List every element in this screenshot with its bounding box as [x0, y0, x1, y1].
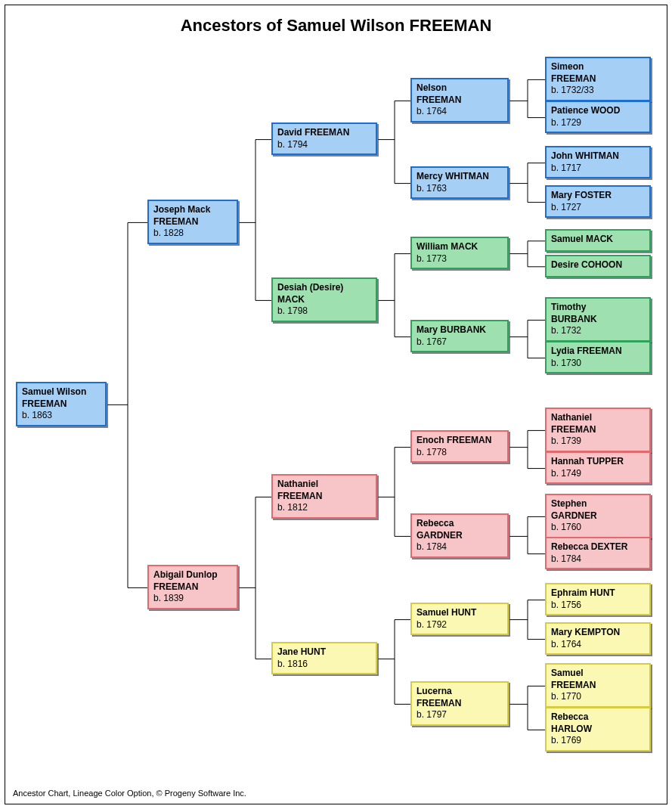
- person-g3e: Enoch FREEMAN b. 1778: [410, 430, 509, 463]
- person-g1a: Joseph Mack FREEMAN b. 1828: [147, 200, 238, 244]
- person-first: Samuel Wilson: [22, 386, 86, 397]
- person-born: b. 1773: [417, 253, 447, 264]
- person-g4b: Patience WOOD b. 1729: [545, 101, 651, 133]
- person-g2d: Jane HUNT b. 1816: [271, 642, 377, 674]
- person-last: FREEMAN: [551, 424, 645, 436]
- person-g2b: Desiah (Desire) MACK b. 1798: [271, 277, 377, 322]
- person-first: Joseph Mack: [153, 204, 210, 215]
- person-first: Samuel: [551, 234, 584, 244]
- person-born: b. 1794: [277, 139, 308, 150]
- person-last: GARDNER: [417, 530, 503, 542]
- person-first: Mary: [551, 627, 572, 637]
- person-first: Ephraim: [551, 587, 587, 598]
- person-last: KEMPTON: [574, 627, 620, 637]
- person-g3h: Lucerna FREEMAN b. 1797: [410, 681, 509, 726]
- person-last: HUNT: [451, 607, 476, 618]
- person-last: FREEMAN: [417, 698, 503, 710]
- person-last: FREEMAN: [305, 127, 349, 138]
- person-last: GARDNER: [551, 510, 645, 522]
- person-born: b. 1730: [551, 358, 581, 368]
- person-g3g: Samuel HUNT b. 1792: [410, 603, 509, 635]
- person-g3c: William MACK b. 1773: [410, 237, 509, 269]
- person-last: FREEMAN: [153, 581, 232, 594]
- person-first: Mary: [417, 324, 438, 335]
- person-first: Rebecca: [551, 541, 588, 552]
- person-last: BURBANK: [551, 314, 645, 326]
- person-first: Hannah: [551, 456, 584, 466]
- person-g4e: Samuel MACK: [545, 229, 651, 252]
- person-born: b. 1828: [153, 228, 184, 238]
- person-born: b. 1732/33: [551, 85, 594, 95]
- person-born: b. 1764: [551, 639, 581, 649]
- person-first: Samuel: [417, 607, 449, 618]
- person-first: Mercy: [417, 171, 443, 181]
- person-g4p: Rebecca HARLOW b. 1769: [545, 707, 651, 752]
- person-first: Simeon: [551, 61, 584, 72]
- person-g4c: John WHITMAN b. 1717: [545, 146, 651, 178]
- person-born: b. 1816: [277, 659, 308, 669]
- person-first: David: [277, 127, 302, 138]
- person-first: Desire: [551, 259, 579, 270]
- person-first: Stephen: [551, 498, 587, 509]
- person-born: b. 1760: [551, 522, 581, 532]
- person-first: Rebecca: [417, 518, 454, 528]
- person-last: FREEMAN: [447, 435, 491, 445]
- person-last: TUPPER: [587, 456, 624, 466]
- chart-frame: Ancestors of Samuel Wilson FREEMAN Samue…: [5, 5, 667, 804]
- person-last: FREEMAN: [153, 216, 232, 228]
- person-first: Jane: [277, 646, 298, 657]
- person-g4a: Simeon FREEMAN b. 1732/33: [545, 57, 651, 101]
- person-born: b. 1784: [551, 553, 581, 564]
- person-first: Rebecca: [551, 711, 588, 722]
- person-g2a: David FREEMAN b. 1794: [271, 122, 377, 155]
- person-born: b. 1732: [551, 325, 581, 336]
- person-last: WHITMAN: [575, 150, 619, 161]
- person-first: Desiah (Desire): [277, 282, 343, 293]
- person-g1b: Abigail Dunlop FREEMAN b. 1839: [147, 565, 238, 609]
- person-first: William: [417, 241, 448, 252]
- person-g4d: Mary FOSTER b. 1727: [545, 185, 651, 218]
- person-last: FREEMAN: [277, 491, 371, 503]
- person-last: FREEMAN: [417, 95, 503, 107]
- person-g4m: Ephraim HUNT b. 1756: [545, 583, 651, 615]
- person-born: b. 1792: [417, 619, 447, 630]
- person-first: Lucerna: [417, 686, 452, 696]
- person-g3b: Mercy WHITMAN b. 1763: [410, 166, 509, 199]
- person-born: b. 1770: [551, 691, 581, 702]
- person-last: COHOON: [581, 259, 622, 270]
- person-born: b. 1739: [551, 435, 581, 446]
- person-last: FREEMAN: [551, 73, 645, 85]
- person-first: Abigail Dunlop: [153, 569, 218, 580]
- person-born: b. 1729: [551, 117, 581, 128]
- person-born: b. 1727: [551, 202, 581, 212]
- person-g3f: Rebecca GARDNER b. 1784: [410, 513, 509, 558]
- person-last: MACK: [586, 234, 613, 244]
- person-g4j: Hannah TUPPER b. 1749: [545, 451, 651, 484]
- person-born: b. 1798: [277, 305, 308, 316]
- footer-text: Ancestor Chart, Lineage Color Option, © …: [13, 789, 246, 798]
- chart-title: Ancestors of Samuel Wilson FREEMAN: [5, 16, 667, 36]
- person-g4o: Samuel FREEMAN b. 1770: [545, 663, 651, 708]
- person-last: HUNT: [590, 587, 615, 598]
- person-first: Patience: [551, 105, 588, 116]
- person-g4n: Mary KEMPTON b. 1764: [545, 622, 651, 655]
- person-last: HUNT: [301, 646, 326, 657]
- person-first: Lydia: [551, 346, 574, 356]
- person-born: b. 1749: [551, 468, 581, 479]
- person-g4i: Nathaniel FREEMAN b. 1739: [545, 408, 651, 452]
- person-born: b. 1717: [551, 163, 581, 173]
- person-born: b. 1769: [551, 735, 581, 745]
- person-first: Enoch: [417, 435, 444, 445]
- person-last: FREEMAN: [22, 398, 101, 411]
- person-born: b. 1863: [22, 410, 52, 420]
- person-last: MACK: [277, 294, 371, 306]
- person-g4h: Lydia FREEMAN b. 1730: [545, 341, 651, 374]
- person-g3a: Nelson FREEMAN b. 1764: [410, 78, 509, 122]
- person-first: Nathaniel: [551, 412, 592, 423]
- person-last: FREEMAN: [577, 346, 621, 356]
- person-born: b. 1764: [417, 106, 447, 116]
- person-first: Mary: [551, 190, 572, 200]
- person-born: b. 1784: [417, 541, 447, 552]
- person-g4g: Timothy BURBANK b. 1732: [545, 297, 651, 342]
- person-first: Timothy: [551, 302, 586, 312]
